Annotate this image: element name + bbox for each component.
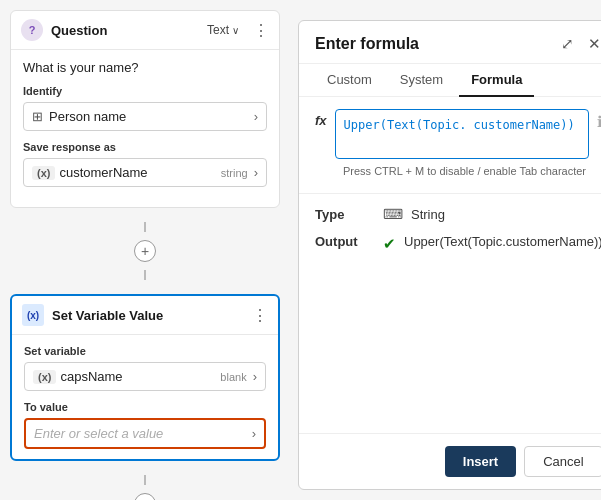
tab-formula[interactable]: Formula — [459, 64, 534, 97]
save-var-icon: (x) — [32, 166, 55, 180]
set-variable-chevron-right-icon — [253, 369, 257, 384]
type-row: Type ⌨ String — [315, 206, 601, 222]
header-icons: ⤢ ✕ — [559, 33, 601, 55]
tab-system[interactable]: System — [388, 64, 455, 97]
type-output-section: Type ⌨ String Output ✔ Upper(Text(Topic.… — [299, 193, 601, 265]
footer-buttons: Insert Cancel — [299, 433, 601, 489]
connector-line-1 — [144, 222, 146, 232]
set-variable-icon: (x) — [22, 304, 44, 326]
type-label: Type — [315, 207, 375, 222]
formula-input-row: fx Upper(Text(Topic. customerName)) ℹ — [315, 109, 601, 159]
info-icon: ℹ — [597, 113, 601, 131]
question-card: ? Question Text ⋮ What is your name? Ide… — [10, 10, 280, 208]
add-step-button-1[interactable]: + — [134, 240, 156, 262]
connector-bottom-1 — [0, 266, 290, 284]
var-name: capsName — [60, 369, 220, 384]
identify-label: Identify — [23, 85, 267, 97]
question-menu-icon[interactable]: ⋮ — [253, 21, 269, 40]
type-icon: ⌨ — [383, 206, 403, 222]
type-label: Text — [207, 23, 229, 37]
plus-icon-1: + — [141, 243, 149, 259]
type-chevron-down-icon — [232, 23, 239, 37]
cancel-button[interactable]: Cancel — [524, 446, 601, 477]
to-value-placeholder: Enter or select a value — [34, 426, 252, 441]
save-response-field[interactable]: (x) customerName string — [23, 158, 267, 187]
to-value-label: To value — [24, 401, 266, 413]
formula-tabs: Custom System Formula — [299, 64, 601, 97]
to-value-chevron-right-icon — [252, 426, 256, 441]
insert-button[interactable]: Insert — [445, 446, 516, 477]
formula-text: Upper(Text(Topic. customerName)) — [344, 118, 575, 132]
formula-panel-title: Enter formula — [315, 35, 559, 53]
set-variable-card: (x) Set Variable Value ⋮ Set variable (x… — [10, 294, 280, 461]
set-variable-label: Set variable — [24, 345, 266, 357]
set-variable-menu-icon[interactable]: ⋮ — [252, 306, 268, 325]
question-text: What is your name? — [23, 60, 267, 75]
set-variable-card-body: Set variable (x) capsName blank To value… — [12, 335, 278, 459]
type-selector[interactable]: Text — [207, 23, 239, 37]
question-icon: ? — [21, 19, 43, 41]
question-title: Question — [51, 23, 199, 38]
identify-value: Person name — [49, 109, 254, 124]
fx-label: fx — [315, 113, 327, 128]
set-variable-title: Set Variable Value — [52, 308, 238, 323]
formula-hint: Press CTRL + M to disable / enable Tab c… — [343, 165, 601, 177]
save-response-label: Save response as — [23, 141, 267, 153]
expand-button[interactable]: ⤢ — [559, 33, 576, 55]
save-response-chevron-right-icon — [254, 165, 258, 180]
save-var-name: customerName — [59, 165, 220, 180]
to-value-field[interactable]: Enter or select a value — [24, 418, 266, 449]
plus-btn-wrapper-1: + — [0, 236, 290, 266]
var-icon-label: (x) — [33, 370, 56, 384]
formula-input[interactable]: Upper(Text(Topic. customerName)) — [335, 109, 589, 159]
formula-panel-header: Enter formula ⤢ ✕ — [299, 21, 601, 64]
plus-icon-2: + — [141, 496, 149, 500]
connector-line-2 — [144, 475, 146, 485]
identify-icon: ⊞ — [32, 109, 43, 124]
identify-field[interactable]: ⊞ Person name — [23, 102, 267, 131]
formula-area: fx Upper(Text(Topic. customerName)) ℹ Pr… — [299, 97, 601, 189]
question-card-body: What is your name? Identify ⊞ Person nam… — [11, 50, 279, 207]
var-value: blank — [220, 371, 246, 383]
plus-connector-1 — [0, 218, 290, 236]
output-row: Output ✔ Upper(Text(Topic.customerName)) — [315, 234, 601, 253]
save-var-type: string — [221, 167, 248, 179]
connector-line-1b — [144, 270, 146, 280]
type-value: String — [411, 207, 445, 222]
add-step-button-2[interactable]: + — [134, 493, 156, 500]
connector-bottom-2 — [0, 471, 290, 489]
close-button[interactable]: ✕ — [586, 33, 601, 55]
formula-panel: Enter formula ⤢ ✕ Custom System Formula … — [298, 20, 601, 490]
output-label: Output — [315, 234, 375, 249]
plus-btn-wrapper-2: + — [0, 489, 290, 500]
question-card-header: ? Question Text ⋮ — [11, 11, 279, 50]
set-variable-card-header: (x) Set Variable Value ⋮ — [12, 296, 278, 335]
check-icon: ✔ — [383, 235, 396, 253]
set-variable-field[interactable]: (x) capsName blank — [24, 362, 266, 391]
identify-chevron-right-icon — [254, 109, 258, 124]
output-value: Upper(Text(Topic.customerName)) — [404, 234, 601, 249]
tab-custom[interactable]: Custom — [315, 64, 384, 97]
